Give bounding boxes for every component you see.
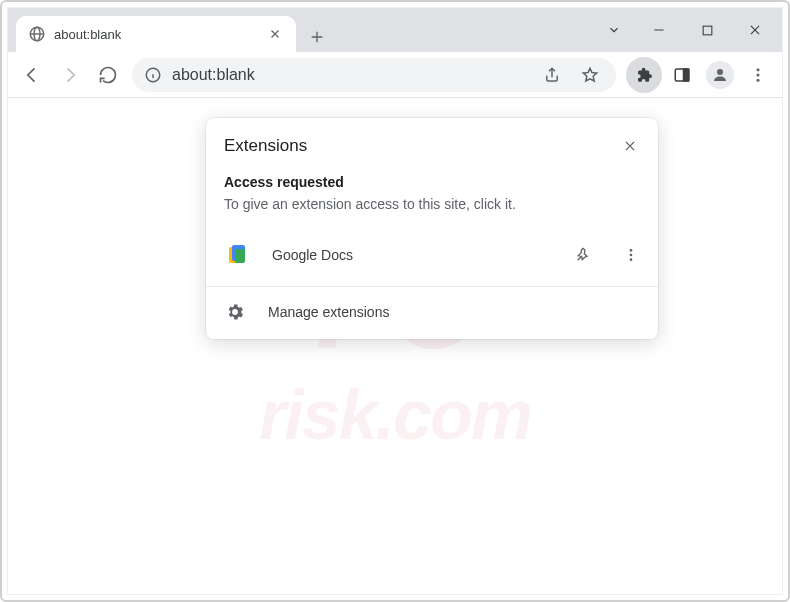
forward-button: [52, 57, 88, 93]
svg-rect-12: [235, 249, 245, 263]
reload-button[interactable]: [90, 57, 126, 93]
svg-point-13: [630, 249, 633, 252]
site-info-icon[interactable]: [144, 66, 162, 84]
svg-rect-5: [684, 69, 689, 81]
menu-button[interactable]: [740, 57, 776, 93]
avatar-icon: [706, 61, 734, 89]
more-actions-button[interactable]: [614, 238, 648, 272]
window-controls: [594, 8, 782, 52]
manage-extensions-label: Manage extensions: [260, 304, 389, 320]
extension-name: Google Docs: [264, 247, 552, 263]
window-maximize-button[interactable]: [684, 10, 730, 50]
access-requested-section: Access requested To give an extension ac…: [206, 172, 658, 226]
pin-icon[interactable]: [566, 238, 600, 272]
window-close-button[interactable]: [732, 10, 778, 50]
extension-item[interactable]: Google Docs: [206, 226, 658, 287]
share-icon[interactable]: [538, 61, 566, 89]
url-input[interactable]: [172, 66, 528, 84]
address-bar[interactable]: [132, 58, 616, 92]
browser-tab[interactable]: about:blank: [16, 16, 296, 52]
svg-point-14: [630, 254, 633, 257]
google-docs-icon: [224, 242, 250, 268]
popup-title: Extensions: [224, 136, 616, 156]
tab-close-icon[interactable]: [266, 25, 284, 43]
svg-rect-2: [703, 26, 712, 35]
side-panel-button[interactable]: [664, 57, 700, 93]
back-button[interactable]: [14, 57, 50, 93]
extensions-popup: Extensions Access requested To give an e…: [206, 118, 658, 339]
toolbar-right: [626, 57, 776, 93]
svg-point-7: [757, 68, 760, 71]
manage-extensions-button[interactable]: Manage extensions: [206, 287, 658, 339]
gear-icon: [224, 301, 246, 323]
extensions-button[interactable]: [626, 57, 662, 93]
access-requested-description: To give an extension access to this site…: [224, 196, 640, 212]
tab-title: about:blank: [54, 27, 258, 42]
window-titlebar: about:blank: [8, 8, 782, 52]
new-tab-button[interactable]: [302, 22, 332, 52]
svg-point-15: [630, 258, 633, 261]
svg-point-8: [757, 73, 760, 76]
globe-icon: [28, 25, 46, 43]
browser-toolbar: [8, 52, 782, 98]
svg-point-9: [757, 78, 760, 81]
popup-close-button[interactable]: [616, 132, 644, 160]
chevron-down-icon[interactable]: [594, 10, 634, 50]
popup-header: Extensions: [206, 118, 658, 172]
bookmark-star-icon[interactable]: [576, 61, 604, 89]
profile-button[interactable]: [702, 57, 738, 93]
svg-point-6: [717, 69, 723, 75]
tab-strip: about:blank: [8, 8, 594, 52]
window-minimize-button[interactable]: [636, 10, 682, 50]
access-requested-heading: Access requested: [224, 174, 640, 190]
